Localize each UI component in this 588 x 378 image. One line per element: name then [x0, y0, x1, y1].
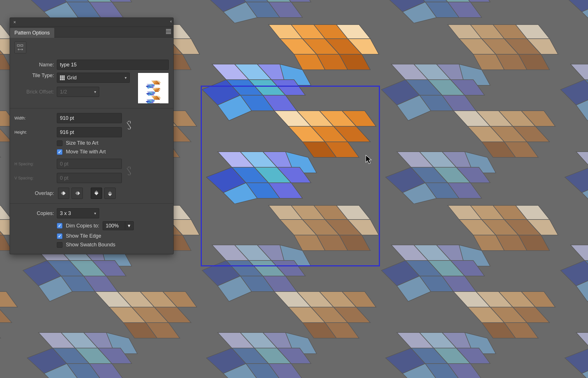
svg-marker-53 [94, 190, 98, 192]
pattern-tile-copy [201, 204, 380, 378]
tab-pattern-options[interactable]: Pattern Options [10, 28, 54, 38]
svg-rect-44 [21, 45, 23, 46]
overlap-left-front-button[interactable] [58, 188, 69, 199]
pattern-tile-copy [559, 0, 588, 23]
h-spacing-input [57, 159, 122, 169]
copies-label: Copies: [14, 210, 54, 216]
panel-body: Name: Tile Type: Grid ▾ Brick Offset: [10, 38, 173, 254]
chevron-down-icon: ▾ [128, 223, 130, 229]
section-divider [10, 108, 173, 108]
svg-marker-49 [61, 191, 63, 195]
panel-titlebar[interactable]: × ‹‹ [10, 18, 173, 27]
tile-type-select[interactable]: Grid ▾ [57, 73, 130, 83]
h-spacing-label: H Spacing: [14, 162, 54, 166]
pattern-tile-primary [201, 23, 380, 204]
section-divider [10, 203, 173, 204]
pattern-tile-copy [380, 0, 559, 23]
chevron-down-icon: ▾ [125, 75, 127, 80]
dim-copies-percent-select[interactable]: 100% ▾ [103, 221, 134, 230]
pattern-tile-copy [559, 23, 588, 204]
collapse-panel-icon[interactable]: ‹‹ [170, 19, 171, 23]
link-dimensions-icon[interactable] [125, 120, 133, 131]
link-spacing-icon [125, 165, 133, 177]
v-spacing-input [57, 173, 122, 183]
chevron-down-icon: ▾ [94, 90, 96, 94]
close-icon[interactable]: × [12, 20, 17, 25]
show-swatch-bounds-checkbox[interactable] [57, 242, 62, 248]
move-tile-with-art-checkbox[interactable] [57, 149, 62, 155]
height-input[interactable] [57, 127, 122, 137]
brick-offset-select: 1/2 ▾ [57, 87, 99, 97]
overlap-label: Overlap: [14, 190, 54, 196]
height-label: Height: [14, 130, 54, 134]
dim-copies-checkbox[interactable] [57, 223, 62, 229]
overlap-bottom-front-button[interactable] [104, 188, 116, 199]
copies-select[interactable]: 3 x 3 ▾ [57, 208, 99, 218]
svg-marker-51 [78, 191, 80, 195]
svg-rect-43 [17, 45, 20, 46]
pattern-tile-copy [201, 0, 380, 23]
show-swatch-bounds-label: Show Swatch Bounds [66, 242, 115, 248]
brick-offset-label: Brick Offset: [14, 89, 54, 95]
dim-copies-label: Dim Copies to: [66, 223, 99, 229]
pattern-preview-thumbnail [138, 73, 169, 104]
tile-type-value: Grid [67, 75, 77, 81]
pattern-tile-copy [380, 23, 559, 204]
name-input[interactable] [57, 60, 169, 70]
overlap-right-front-button[interactable] [72, 188, 83, 199]
size-tile-to-art-label: Size Tile to Art [66, 140, 98, 146]
svg-marker-55 [108, 194, 112, 196]
show-tile-edge-checkbox[interactable] [57, 233, 62, 239]
copies-value: 3 x 3 [60, 210, 71, 216]
pattern-tile-copy [380, 204, 559, 378]
dim-copies-value: 100% [106, 223, 119, 229]
chevron-down-icon: ▾ [94, 211, 96, 216]
tab-label: Pattern Options [14, 30, 50, 36]
tile-type-label: Tile Type: [14, 73, 54, 79]
size-tile-to-art-checkbox[interactable] [57, 140, 62, 146]
brick-offset-value: 1/2 [60, 89, 67, 95]
width-label: Width: [14, 116, 54, 120]
overlap-top-front-button[interactable] [91, 188, 102, 199]
pattern-tile-copy [559, 204, 588, 378]
pattern-options-panel[interactable]: × ‹‹ Pattern Options Name: Tile Type: [10, 18, 174, 254]
name-label: Name: [14, 62, 54, 68]
v-spacing-label: V Spacing: [14, 176, 54, 180]
move-tile-with-art-label: Move Tile with Art [66, 149, 106, 155]
width-input[interactable] [57, 113, 122, 123]
panel-tab-strip: Pattern Options [10, 27, 173, 38]
show-tile-edge-label: Show Tile Edge [66, 233, 101, 239]
panel-menu-icon[interactable] [166, 29, 171, 34]
grid-icon [60, 75, 65, 80]
pattern-tile-tool-button[interactable] [14, 42, 26, 53]
